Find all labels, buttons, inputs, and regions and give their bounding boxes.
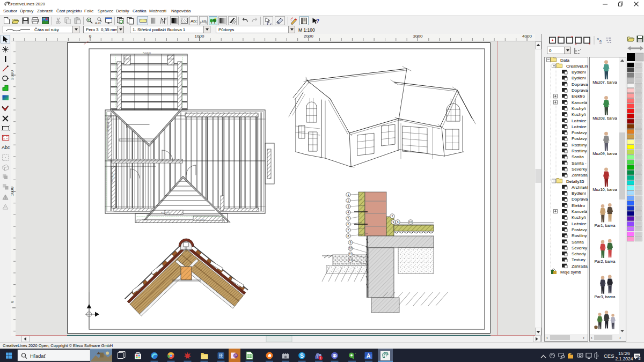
svg-text:P= 20.00: P= 20.00 — [161, 211, 170, 214]
svg-text:Data: Data — [560, 58, 569, 63]
svg-text:9: 9 — [349, 241, 351, 244]
svg-text:a: a — [599, 39, 602, 43]
svg-text:Doprava: Doprava — [572, 88, 588, 93]
svg-text:Doprava: Doprava — [572, 82, 588, 87]
svg-text:‹: ‹ — [546, 335, 548, 341]
svg-text:9: 9 — [392, 220, 394, 224]
svg-text:Muz07, barva: Muz07, barva — [592, 80, 617, 85]
svg-text:3: 3 — [347, 205, 349, 208]
svg-text:Bydlení: Bydlení — [572, 191, 586, 196]
svg-text:Kuchyň: Kuchyň — [572, 112, 586, 117]
svg-text:°: ° — [355, 352, 356, 356]
svg-text:Elektro: Elektro — [572, 94, 585, 99]
svg-text:1: 1 — [320, 356, 322, 360]
svg-text:Severky: Severky — [572, 246, 587, 250]
svg-text:134: 134 — [202, 19, 207, 23]
svg-text:8: 8 — [347, 234, 349, 238]
svg-text:Par2, barva: Par2, barva — [595, 259, 616, 264]
svg-text:Kancelá: Kancelá — [572, 209, 587, 214]
svg-text:Par3, barva: Par3, barva — [595, 294, 616, 299]
svg-text:Detaily35: Detaily35 — [566, 179, 584, 184]
svg-text:5: 5 — [347, 217, 349, 220]
svg-text:Kancelá: Kancelá — [572, 100, 587, 105]
svg-text:CreativeLin: CreativeLin — [566, 64, 588, 69]
svg-text:1000: 1000 — [11, 187, 14, 196]
svg-text:6: 6 — [347, 223, 349, 226]
svg-text:10: 10 — [349, 247, 352, 250]
svg-text:Rostliny: Rostliny — [572, 149, 587, 153]
svg-text:A·Ω: A·Ω — [95, 21, 101, 25]
svg-text:Abc: Abc — [2, 145, 10, 150]
svg-text:Rostliny: Rostliny — [572, 143, 587, 147]
svg-text:6: 6 — [397, 220, 398, 224]
svg-text:Doprava: Doprava — [572, 197, 588, 202]
svg-text:›: › — [583, 335, 584, 341]
svg-text:Bydlení: Bydlení — [572, 76, 586, 80]
svg-text:›: › — [619, 335, 621, 341]
svg-text:Postavy: Postavy — [572, 136, 587, 141]
svg-text:3000: 3000 — [413, 34, 423, 39]
svg-text:1: 1 — [347, 193, 349, 196]
svg-text:P: P — [235, 354, 237, 358]
svg-text:Moje symb: Moje symb — [560, 270, 581, 275]
svg-text:c: c — [195, 19, 197, 24]
svg-text:T: T — [316, 355, 318, 359]
svg-text:Bydlení: Bydlení — [572, 70, 586, 75]
svg-text:2: 2 — [639, 357, 641, 360]
svg-text:Kuchyň: Kuchyň — [572, 106, 586, 111]
svg-text:A: A — [367, 353, 370, 359]
svg-text:‹: ‹ — [591, 335, 592, 341]
svg-text:Schody: Schody — [572, 252, 586, 256]
svg-text:?: ? — [316, 18, 319, 24]
svg-text:Architekt: Architekt — [572, 185, 588, 190]
svg-text:Zahrada: Zahrada — [572, 264, 588, 269]
svg-text:2.1.2024: 2.1.2024 — [615, 356, 633, 361]
svg-text:Hľadať: Hľadať — [30, 353, 46, 359]
svg-text:11: 11 — [349, 253, 352, 256]
svg-text:2000: 2000 — [11, 70, 14, 80]
svg-text:Sanita: Sanita — [572, 240, 584, 245]
svg-text:P= 50.00: P= 50.00 — [107, 121, 109, 131]
svg-text:Rostliny: Rostliny — [572, 233, 587, 238]
svg-text:4000: 4000 — [522, 34, 532, 39]
svg-text:2: 2 — [391, 215, 393, 218]
svg-text:2: 2 — [347, 199, 349, 202]
svg-text:Ložnice: Ložnice — [572, 221, 587, 226]
svg-text:Elektro: Elektro — [572, 203, 585, 208]
svg-text:Textury: Textury — [572, 257, 586, 262]
svg-text:P=54.00: P=54.00 — [143, 51, 151, 54]
svg-text:Par1, barva: Par1, barva — [595, 223, 616, 228]
svg-text:15:26: 15:26 — [618, 351, 630, 356]
svg-text:7: 7 — [347, 228, 349, 232]
svg-text:CES: CES — [604, 353, 614, 359]
svg-text:Muz09, barva: Muz09, barva — [592, 151, 617, 156]
svg-text:12: 12 — [349, 258, 352, 262]
svg-text:1000: 1000 — [195, 34, 204, 39]
svg-text:0: 0 — [11, 300, 14, 303]
svg-text:Postavy: Postavy — [572, 130, 587, 135]
svg-text:2000: 2000 — [304, 34, 313, 39]
svg-text:P= 20.00: P= 20.00 — [196, 218, 205, 221]
svg-text:Severky: Severky — [572, 167, 587, 172]
svg-text:Muz10, barva: Muz10, barva — [592, 187, 617, 192]
svg-text:Postavy: Postavy — [572, 227, 587, 232]
svg-text:a: a — [597, 37, 599, 41]
svg-text:Kuchyň: Kuchyň — [572, 215, 586, 220]
svg-text:Sanita -: Sanita - — [572, 161, 587, 166]
svg-text:Muz08, barva: Muz08, barva — [592, 116, 617, 121]
svg-text:Zahrada: Zahrada — [572, 173, 588, 178]
svg-text:Ložnice: Ložnice — [572, 119, 587, 123]
svg-text:10: 10 — [409, 220, 412, 224]
svg-text:0: 0 — [89, 34, 92, 39]
svg-text:P= 52.00: P= 52.00 — [111, 172, 114, 182]
svg-text:S: S — [300, 352, 304, 359]
svg-text:Ložnice: Ložnice — [572, 124, 587, 129]
svg-text:Sanita: Sanita — [572, 154, 584, 159]
svg-text:4: 4 — [347, 211, 349, 214]
